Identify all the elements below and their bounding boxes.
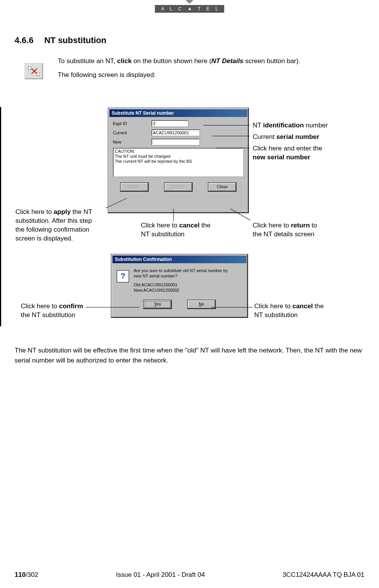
dialog-title: Substitution Confirmation [112,256,247,263]
eqpt-id-label: Eqpt ID [113,121,151,126]
intro-text: To substitute an NT, click on the button… [58,56,350,84]
brand-text: A L C ▲ T E L [155,5,224,13]
current-label: Current [113,130,151,135]
issue-info: Issue 01 - April 2001 - Draft 04 [116,571,205,579]
callout-apply: Click here to apply the NT substitution.… [15,208,104,243]
current-serial-field[interactable]: ACACU991200001 [151,129,200,136]
confirmation-text: Are you sure to substitute old NT serial… [134,268,242,293]
brand-logo: A L C ▲ T E L [155,0,224,13]
page-number: 110/302 [15,571,38,579]
dialog-title: Substitute NT Serial number [109,109,247,117]
callout-close: Click here to return to the NT details s… [253,221,317,239]
substitute-dialog: Substitute NT Serial number Eqpt ID 3 Cu… [108,108,249,213]
callout-nt-id: NT identification number [253,121,328,130]
connector-line [213,136,250,136]
eqpt-id-field[interactable]: 3 [151,120,188,127]
caution-box: CAUTION: The NT unit must be changed The… [113,148,244,177]
apply-button[interactable]: Apply [120,182,149,192]
new-serial-field[interactable] [151,139,200,145]
section-heading: 4.6.6NT substitution [15,35,106,45]
connector-line [211,307,253,307]
section-title: NT substitution [44,35,106,45]
doc-id: 3CC12424AAAA TQ BJA 01 [283,571,364,579]
connector-line [173,209,174,222]
yes-button[interactable]: Yes [143,300,172,309]
confirmation-dialog: Substitution Confirmation ? Are you sure… [111,254,248,318]
cancel-button[interactable]: Cancel [164,182,193,192]
section-number: 4.6.6 [15,35,34,45]
callout-current-serial: Current serial number [253,133,319,142]
toolbar-substitute-icon [25,63,43,79]
callout-cancel-confirm: Click here to cancel the NT substitution [254,302,324,320]
no-button[interactable]: No [187,300,216,309]
page-footer: 110/302 Issue 01 - April 2001 - Draft 04… [15,571,364,579]
callout-confirm: Click here to confirm the NT substitutio… [21,302,90,320]
callout-new-serial: Click here and enter the new serial numb… [253,144,322,162]
question-icon: ? [117,270,129,282]
page-left-rule [0,107,1,326]
connector-line [86,307,139,307]
close-button[interactable]: Close [208,182,236,192]
new-label: New [113,140,151,144]
closing-paragraph: The NT substitution will be effective th… [15,346,364,365]
connector-line [203,125,250,125]
callout-cancel: Click here to cancel the NT substitution [141,221,211,239]
brand-triangle-icon [186,0,193,4]
connector-line [216,148,250,148]
